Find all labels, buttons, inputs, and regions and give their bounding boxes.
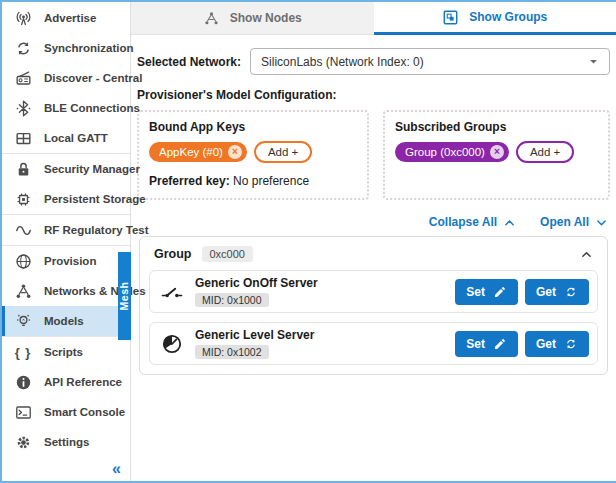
sidebar-item-label: API Reference [44, 376, 122, 388]
get-button-label: Get [536, 337, 556, 351]
content-area: Selected Network: SiliconLabs (Network I… [131, 35, 616, 375]
set-button[interactable]: Set [455, 331, 518, 357]
sidebar-item-discover-central[interactable]: Discover - Central [2, 63, 130, 93]
advertise-icon [13, 8, 33, 28]
refresh-icon [564, 285, 578, 299]
chip-icon [13, 189, 33, 209]
bound-app-keys-title: Bound App Keys [149, 120, 357, 134]
get-button-label: Get [536, 285, 556, 299]
bound-app-keys-box: Bound App Keys AppKey (#0) × Add + Prefe… [137, 110, 369, 200]
tab-show-groups[interactable]: Show Groups [374, 2, 616, 35]
open-all-link[interactable]: Open All [540, 215, 608, 229]
model-buttons: Set Get [455, 279, 589, 305]
sidebar-item-label: Scripts [44, 346, 83, 358]
selected-network-label: Selected Network: [137, 55, 241, 69]
tab-show-nodes[interactable]: Show Nodes [131, 2, 374, 35]
sidebar-item-synchronization[interactable]: Synchronization [2, 33, 130, 63]
app-key-chip-row: AppKey (#0) × Add + [149, 141, 357, 163]
wave-icon [13, 220, 33, 240]
selected-network-row: Selected Network: SiliconLabs (Network I… [137, 48, 610, 75]
gear-icon [13, 432, 33, 452]
remove-group-icon[interactable]: × [490, 145, 504, 159]
group-address-badge: 0xc000 [202, 246, 253, 262]
chevron-down-icon [586, 54, 601, 69]
add-group-button[interactable]: Add + [516, 141, 574, 163]
sidebar-item-persistent-storage[interactable]: Persistent Storage [2, 184, 130, 214]
tab-label: Show Groups [469, 10, 547, 24]
group-chip: Group (0xc000) × [395, 142, 509, 162]
add-appkey-button[interactable]: Add + [254, 141, 312, 163]
switch-icon [159, 279, 185, 305]
lightbulb-icon [13, 311, 33, 331]
subscribed-groups-title: Subscribed Groups [395, 120, 598, 134]
pencil-icon [493, 337, 507, 351]
sidebar: Advertise Synchronization Discover - Cen… [2, 2, 131, 481]
group-card-title: Group [154, 247, 192, 261]
sidebar-item-api-reference[interactable]: API Reference [2, 367, 130, 397]
braces-icon: { } [13, 342, 33, 362]
model-mid-badge: MID: 0x1002 [195, 345, 269, 359]
tab-bar: Show Nodes Show Groups [131, 2, 616, 35]
sidebar-item-scripts[interactable]: { } Scripts [2, 337, 130, 367]
nodes-icon [13, 281, 33, 301]
pencil-icon [493, 285, 507, 299]
globe-icon [13, 251, 33, 271]
model-name: Generic OnOff Server [195, 276, 318, 290]
appkey-chip: AppKey (#0) × [149, 142, 247, 162]
collapse-all-label: Collapse All [429, 215, 497, 229]
chevron-down-icon [595, 216, 608, 229]
show-groups-icon [442, 9, 459, 26]
get-button[interactable]: Get [525, 279, 589, 305]
model-configuration-title: Provisioner's Model Configuration: [137, 88, 610, 102]
sidebar-collapse-icon[interactable]: « [112, 461, 121, 477]
bluetooth-icon [13, 98, 33, 118]
model-mid-badge: MID: 0x1000 [195, 293, 269, 307]
mesh-vertical-tab[interactable]: Mesh [118, 252, 131, 340]
set-button[interactable]: Set [455, 279, 518, 305]
sidebar-item-models[interactable]: Models [2, 306, 130, 336]
lock-icon [13, 159, 33, 179]
chevron-up-icon [503, 216, 516, 229]
sidebar-item-networks-nodes[interactable]: Networks & Nodes [2, 276, 130, 306]
model-name: Generic Level Server [195, 328, 314, 342]
model-row-generic-onoff-server: Generic OnOff Server MID: 0x1000 Set Get [149, 270, 598, 313]
configuration-boxes: Bound App Keys AppKey (#0) × Add + Prefe… [137, 110, 610, 200]
sidebar-item-advertise[interactable]: Advertise [2, 3, 130, 33]
subscribed-groups-box: Subscribed Groups Group (0xc000) × Add + [383, 110, 610, 200]
sidebar-item-security-manager[interactable]: Security Manager [2, 154, 130, 184]
radio-icon [13, 68, 33, 88]
terminal-icon [13, 402, 33, 422]
sidebar-item-ble-connections[interactable]: BLE Connections [2, 93, 130, 123]
set-button-label: Set [466, 285, 485, 299]
open-all-label: Open All [540, 215, 589, 229]
group-card-header[interactable]: Group 0xc000 [140, 237, 607, 270]
network-select[interactable]: SiliconLabs (Network Index: 0) [250, 48, 610, 75]
main-panel: Show Nodes Show Groups Selected Network:… [131, 2, 616, 481]
sidebar-item-label: Smart Console [44, 406, 125, 418]
sidebar-item-label: Local GATT [44, 132, 108, 144]
tab-label: Show Nodes [230, 11, 302, 25]
sidebar-item-rf-regulatory-test[interactable]: RF Regulatory Test [2, 215, 130, 245]
model-buttons: Set Get [455, 331, 589, 357]
expand-controls: Collapse All Open All [137, 215, 608, 229]
sidebar-item-smart-console[interactable]: Smart Console [2, 397, 130, 427]
collapse-group-icon[interactable] [580, 248, 593, 261]
sidebar-item-provision[interactable]: Provision [2, 246, 130, 276]
appkey-chip-label: AppKey (#0) [159, 146, 223, 158]
preferred-key-label: Preferred key: [149, 174, 230, 188]
collapse-all-link[interactable]: Collapse All [429, 215, 516, 229]
group-card: Group 0xc000 Generic OnOff Server MID: 0… [139, 236, 608, 375]
sidebar-item-label: BLE Connections [44, 102, 140, 114]
model-info: Generic Level Server MID: 0x1002 [195, 328, 314, 359]
sidebar-item-local-gatt[interactable]: Local GATT [2, 123, 130, 153]
sidebar-item-settings[interactable]: Settings [2, 427, 130, 457]
remove-appkey-icon[interactable]: × [228, 145, 242, 159]
show-nodes-icon [203, 10, 220, 27]
preferred-key-value: No preference [230, 174, 309, 188]
group-chip-row: Group (0xc000) × Add + [395, 141, 598, 163]
sidebar-item-label: Synchronization [44, 42, 133, 54]
sidebar-item-label: RF Regulatory Test [44, 224, 149, 236]
get-button[interactable]: Get [525, 331, 589, 357]
network-select-value: SiliconLabs (Network Index: 0) [261, 55, 424, 69]
table-icon [13, 128, 33, 148]
